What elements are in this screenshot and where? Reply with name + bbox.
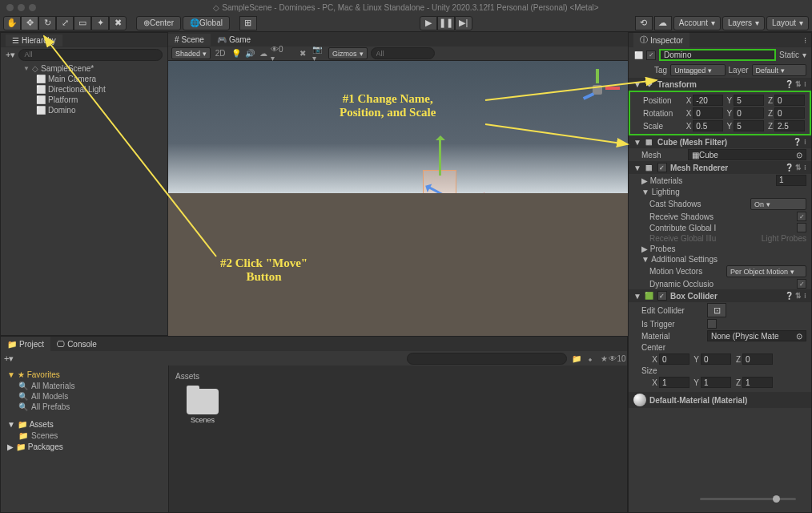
folder-item[interactable]: Scenes (180, 389, 225, 424)
collider-size-x[interactable] (659, 377, 689, 388)
scene-search[interactable] (371, 47, 435, 59)
filter-favorites[interactable]: 📁 (570, 353, 583, 365)
snap-toggle[interactable]: ⊞ (239, 16, 257, 30)
rotation-x[interactable] (693, 107, 723, 119)
motion-vectors-dropdown[interactable]: Per Object Motion ▾ (726, 265, 806, 277)
project-tab[interactable]: 📁 Project (1, 337, 50, 351)
pivot-center-toggle[interactable]: ⊕ Center (136, 16, 181, 30)
layout-dropdown[interactable]: Layout ▾ (766, 16, 809, 30)
assets-header[interactable]: ▼ 📁 Assets (4, 418, 165, 430)
static-label[interactable]: Static (779, 50, 799, 59)
hierarchy-item[interactable]: ⬜ Platform (1, 95, 167, 105)
boxcollider-header[interactable]: ▼ 🟩✓ Box Collider❔ ⇅ ⁝ (629, 289, 811, 302)
move-gizmo-y[interactable] (439, 137, 441, 176)
rotation-y[interactable] (734, 107, 764, 119)
transform-header[interactable]: ▼ ✥ Transform❔ ⇅ ⁝ (629, 78, 811, 91)
scale-x[interactable] (693, 120, 723, 131)
layer-dropdown[interactable]: Default ▾ (752, 64, 806, 76)
shading-mode[interactable]: Shaded ▾ (171, 47, 211, 59)
local-global-toggle[interactable]: 🌐 Global (183, 16, 230, 30)
project-search[interactable] (407, 353, 567, 365)
scene-tab[interactable]: # Scene (168, 34, 211, 46)
step-button[interactable]: ▶| (455, 16, 472, 30)
project-breadcrumb[interactable]: Assets (174, 370, 622, 382)
hierarchy-item[interactable]: ⬜ Directional Light (1, 84, 167, 95)
transform-tool[interactable]: ✦ (91, 16, 109, 30)
rotation-z[interactable] (774, 107, 805, 119)
hierarchy-item[interactable]: ⬜ Main Camera (1, 74, 167, 84)
cloud-button[interactable]: ☁ (654, 16, 672, 30)
receive-shadows-checkbox[interactable]: ✓ (797, 212, 806, 221)
rotate-tool[interactable]: ↻ (38, 16, 56, 30)
hierarchy-item[interactable]: ⬜ Domino (1, 105, 167, 115)
zoom-slider[interactable] (700, 498, 796, 500)
favorites-header[interactable]: ▼ ★ Favorites (4, 369, 165, 381)
collab-button[interactable]: ⟲ (635, 16, 653, 30)
filter-type[interactable]: ⬥ (584, 353, 597, 365)
collider-center-z[interactable] (742, 353, 773, 365)
additional-foldout[interactable]: ▼ Additional Settings (641, 255, 718, 264)
gameobject-name-field[interactable] (659, 49, 776, 61)
asset-folder-item[interactable]: 📁 Scenes (4, 430, 165, 441)
camera-icon[interactable]: 📷▾ (312, 47, 325, 59)
console-tab[interactable]: 🖵 Console (50, 337, 103, 351)
play-button[interactable]: ▶ (420, 16, 437, 30)
rect-tool[interactable]: ▭ (74, 16, 91, 30)
visibility-toggle[interactable]: 👁0 ▾ (271, 47, 283, 59)
scene-row[interactable]: ▼◇ SampleScene* (1, 63, 167, 74)
favorite-item[interactable]: 🔍 All Models (4, 391, 165, 402)
collider-center-y[interactable] (701, 353, 731, 365)
mesh-field[interactable]: ▦ Cube⊙ (688, 149, 806, 160)
scale-z[interactable] (774, 120, 805, 131)
cast-shadows-dropdown[interactable]: On ▾ (750, 198, 806, 210)
inspector-tab[interactable]: ⓘ Inspector (633, 33, 689, 47)
meshfilter-header[interactable]: ▼ ▦ Cube (Mesh Filter)❔ ⁝ (629, 135, 811, 148)
hierarchy-search[interactable] (18, 49, 163, 61)
boxcollider-toggle[interactable]: ✓ (657, 291, 667, 301)
scene-gizmo[interactable] (575, 67, 618, 111)
account-dropdown[interactable]: Account ▾ (673, 16, 721, 30)
position-y[interactable] (734, 95, 764, 106)
tools-icon[interactable]: ✖ (296, 47, 309, 59)
favorite-item[interactable]: 🔍 All Materials (4, 381, 165, 391)
layers-dropdown[interactable]: Layers ▾ (722, 16, 765, 30)
add-button[interactable]: +▾ (6, 50, 15, 60)
lighting-toggle[interactable]: 💡 (230, 47, 243, 59)
custom-tool[interactable]: ✖ (109, 16, 127, 30)
packages-header[interactable]: ▶ 📁 Packages (4, 441, 165, 453)
is-trigger-checkbox[interactable] (707, 319, 717, 329)
edit-collider-button[interactable]: ⊡ (707, 303, 726, 317)
game-tab[interactable]: 🎮 Game (211, 34, 257, 46)
fx-toggle[interactable]: ☁ (257, 47, 270, 59)
max-dot[interactable] (29, 4, 36, 11)
favorite-item[interactable]: 🔍 All Prefabs (4, 402, 165, 412)
move-tool[interactable]: ✥ (21, 16, 38, 30)
audio-toggle[interactable]: 🔊 (243, 47, 256, 59)
lighting-foldout[interactable]: ▼ Lighting (641, 188, 680, 196)
active-checkbox[interactable]: ✓ (646, 50, 656, 60)
position-x[interactable] (693, 95, 723, 106)
pause-button[interactable]: ❚❚ (437, 16, 455, 30)
move-gizmo-x[interactable] (440, 196, 487, 198)
meshrenderer-toggle[interactable]: ✓ (657, 163, 667, 172)
dynamic-occlusion-checkbox[interactable]: ✓ (797, 279, 806, 289)
materials-foldout[interactable]: ▶ Materials (641, 176, 682, 185)
scale-y[interactable] (734, 120, 764, 131)
contribute-gi-checkbox[interactable] (797, 223, 806, 232)
material-header[interactable]: Default-Material (Material) (629, 392, 811, 408)
tag-dropdown[interactable]: Untagged ▾ (670, 64, 725, 76)
position-z[interactable] (774, 95, 805, 106)
collider-center-x[interactable] (659, 353, 689, 365)
hierarchy-tab[interactable]: ☰ Hierarchy (6, 34, 62, 46)
collider-size-y[interactable] (701, 377, 731, 388)
hand-tool[interactable]: ✋ (3, 16, 21, 30)
physic-material-field[interactable]: None (Physic Mate⊙ (707, 330, 806, 341)
collider-size-z[interactable] (742, 377, 773, 388)
close-dot[interactable] (6, 4, 14, 11)
hidden-packages[interactable]: 👁 10 (611, 353, 624, 365)
probes-foldout[interactable]: ▶ Probes (641, 244, 675, 253)
scale-tool[interactable]: ⤢ (56, 16, 74, 30)
2d-toggle[interactable]: 2D (214, 47, 227, 59)
min-dot[interactable] (18, 4, 25, 11)
window-controls[interactable] (6, 4, 36, 11)
